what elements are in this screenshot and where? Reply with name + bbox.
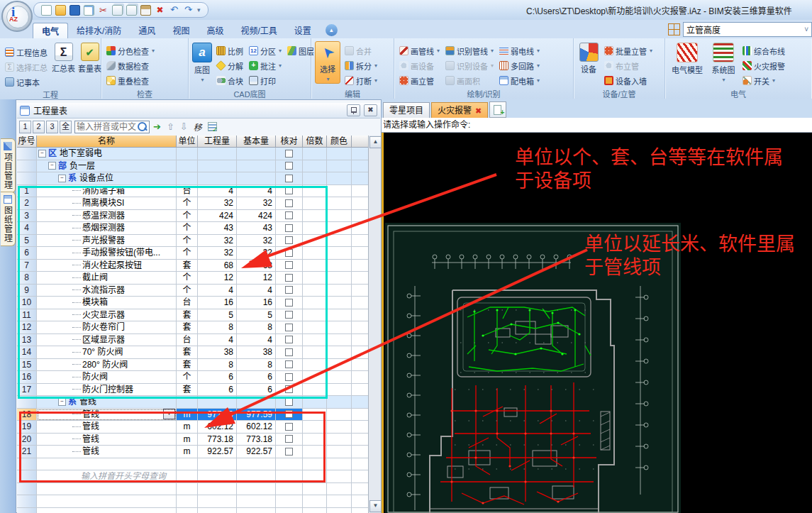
checklist-icon[interactable] xyxy=(208,122,217,131)
tab-video-tools[interactable]: 视频/工具 xyxy=(232,23,285,38)
table-row[interactable]: −系管线 xyxy=(17,396,368,409)
row-checkbox[interactable] xyxy=(285,324,293,331)
qat-customize-icon[interactable]: ▾ xyxy=(197,6,201,13)
new-drawing-tab-button[interactable]: + xyxy=(489,101,506,118)
cabling-button[interactable]: 综合布线 xyxy=(741,44,786,57)
annotate-button[interactable]: +批注▾ xyxy=(248,59,283,72)
switch-button[interactable]: 开关▾ xyxy=(741,74,786,87)
table-row[interactable]: 20管线m773.18773.18 xyxy=(17,434,368,446)
weak-current-button[interactable]: 弱电线▾ xyxy=(498,44,541,57)
table-row[interactable]: 1470° 防火阀套3838 xyxy=(17,346,368,359)
new-file-icon[interactable] xyxy=(41,5,52,16)
table-row[interactable]: 9水流指示器个44 xyxy=(17,285,368,297)
search-input[interactable] xyxy=(75,122,138,132)
scale-button[interactable]: 比例 xyxy=(215,44,245,57)
zone-button[interactable]: 12分区▾ xyxy=(248,44,283,57)
pin-icon[interactable] xyxy=(347,104,360,116)
undo-icon[interactable]: ↶ xyxy=(169,5,179,16)
paste-icon[interactable] xyxy=(140,5,151,16)
row-checkbox[interactable] xyxy=(285,274,293,282)
table-row[interactable]: 12防火卷帘门套88 xyxy=(17,321,368,334)
header-seq[interactable]: 序号 xyxy=(17,136,37,148)
table-row[interactable]: 21管线m922.57922.57 xyxy=(17,446,368,458)
draw-riser-button[interactable]: 画立管 xyxy=(398,74,441,87)
table-row[interactable] xyxy=(17,458,368,471)
fire-alarm-button[interactable]: 火灾报警 xyxy=(741,59,786,72)
table-row[interactable]: 1消防端子箱台44 xyxy=(17,185,368,198)
level-button-all[interactable]: 全 xyxy=(60,121,72,133)
table-row[interactable]: 8截止阀个1212 xyxy=(17,272,368,285)
row-checkbox[interactable] xyxy=(285,299,293,307)
table-row[interactable] xyxy=(17,483,368,496)
table-row[interactable] xyxy=(17,508,368,513)
select-summary-button[interactable]: Σ选择汇总 xyxy=(4,60,49,74)
row-checkbox[interactable] xyxy=(285,398,293,406)
explode-button[interactable]: 分解 xyxy=(215,59,245,72)
row-checkbox[interactable] xyxy=(285,336,293,343)
riser-height-combobox[interactable]: 立管高度 ˅ xyxy=(683,22,812,37)
tab-plumbing-fire[interactable]: 给排水/消防 xyxy=(68,23,130,38)
draw-area-button[interactable]: 画面积 xyxy=(444,74,495,87)
table-row[interactable]: 19管线m602.12602.12 xyxy=(17,421,368,434)
table-row[interactable]: −部负一层 xyxy=(17,160,368,173)
draw-pipe-button[interactable]: 画管线▾ xyxy=(398,44,441,57)
table-row[interactable]: 2隔离模块SI个3232 xyxy=(17,197,368,210)
row-checkbox[interactable] xyxy=(285,249,293,257)
riser-grid-icon[interactable] xyxy=(668,23,680,35)
open-folder-icon[interactable] xyxy=(55,5,66,16)
table-row[interactable]: 18管线▼m977.59977.59 xyxy=(17,409,368,421)
table-row[interactable]: 13区域显示器台44 xyxy=(17,334,368,347)
copy-icon[interactable] xyxy=(112,5,123,16)
batch-riser-button[interactable]: 批量立管▾ xyxy=(603,44,654,57)
table-row[interactable]: 6手动报警按钮(带电...个3232 xyxy=(17,247,368,260)
tree-collapse-icon[interactable]: − xyxy=(48,162,56,170)
delete-icon[interactable]: ✖ xyxy=(155,5,165,16)
ribbon-collapse-icon[interactable]: ▴ xyxy=(326,24,338,36)
tab-view[interactable]: 视图 xyxy=(164,23,198,38)
print-button[interactable]: 打印 xyxy=(248,74,283,87)
tree-collapse-icon[interactable]: − xyxy=(38,150,46,158)
row-checkbox[interactable] xyxy=(285,224,293,232)
tab-ventilation[interactable]: 通风 xyxy=(130,23,164,38)
color-check-button[interactable]: 分色检查▾ xyxy=(105,44,156,57)
command-line[interactable]: 请选择或输入操作命令: xyxy=(382,118,812,133)
close-tab-icon[interactable]: ✖ xyxy=(475,104,482,118)
row-checkbox[interactable] xyxy=(285,435,293,443)
device-in-wall-button[interactable]: 设备入墙 xyxy=(603,74,654,87)
row-checkbox[interactable] xyxy=(285,175,293,182)
distribution-box-button[interactable]: 配电箱▾ xyxy=(498,74,541,87)
row-checkbox[interactable] xyxy=(285,261,293,269)
lay-riser-button[interactable]: 布立管 xyxy=(603,59,654,72)
draw-device-button[interactable]: 画设备 xyxy=(398,59,441,72)
row-checkbox[interactable] xyxy=(285,448,293,456)
device-button[interactable]: 设备 xyxy=(577,41,600,75)
table-row[interactable]: 5声光报警器个3232 xyxy=(17,235,368,248)
up-arrow-icon[interactable]: ⇧ xyxy=(167,121,174,132)
table-row[interactable]: 10模块箱台1616 xyxy=(17,297,368,309)
data-check-button[interactable]: 数据检查 xyxy=(105,59,156,72)
row-checkbox[interactable] xyxy=(285,211,293,219)
project-info-button[interactable]: 工程信息 xyxy=(4,45,49,59)
tab-electrical[interactable]: 电气 xyxy=(33,23,68,38)
row-checkbox[interactable] xyxy=(285,385,293,393)
sidebar-tab-project-manage[interactable]: 项目管理 xyxy=(1,138,16,193)
scroll-up-icon[interactable]: ▲ xyxy=(369,136,382,148)
scroll-down-icon[interactable]: ▼ xyxy=(369,500,382,512)
system-diagram-button[interactable]: 系统图▾ xyxy=(708,41,738,83)
table-row[interactable]: 输入拼音开头字母查询 xyxy=(17,470,368,483)
row-checkbox[interactable] xyxy=(285,360,293,368)
merge-block-button[interactable]: 合块 xyxy=(215,74,245,87)
table-row[interactable] xyxy=(17,495,368,508)
print-preview-icon[interactable] xyxy=(84,5,94,16)
row-checkbox[interactable] xyxy=(285,410,293,418)
header-qty[interactable]: 工程量 xyxy=(198,136,237,148)
base-drawing-button[interactable]: a底图▾ xyxy=(192,41,212,83)
notebook-button[interactable]: 记事本 xyxy=(4,75,49,89)
header-base[interactable]: 基本量 xyxy=(237,136,276,148)
row-checkbox[interactable] xyxy=(285,199,293,207)
duplicate-icon[interactable] xyxy=(126,5,137,16)
merge-button[interactable]: 合并 xyxy=(343,44,379,57)
name-combo-button[interactable]: ▼ xyxy=(163,409,175,419)
electric-model-button[interactable]: 电气模型 xyxy=(669,41,706,75)
level-button-3[interactable]: 3 xyxy=(46,121,58,133)
